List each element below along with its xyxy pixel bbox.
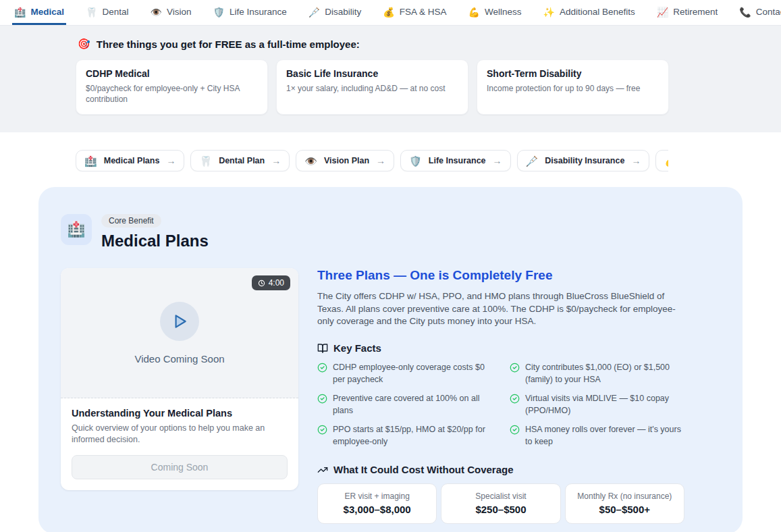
fact-text: City contributes $1,000 (EO) or $1,500 (… <box>525 362 684 385</box>
video-duration-badge: 4:00 <box>252 275 290 290</box>
clock-icon <box>258 280 265 287</box>
tab-contacts[interactable]: 📞 Contacts <box>737 7 781 25</box>
play-icon <box>171 313 188 330</box>
video-description: Quick overview of your options to help y… <box>72 423 288 446</box>
fact-text: HSA money rolls over forever — it's your… <box>525 424 684 448</box>
coming-soon-button[interactable]: Coming Soon <box>72 455 288 479</box>
video-preview[interactable]: 4:00 Video Coming Soon <box>61 268 298 398</box>
sparkles-icon: ✨ <box>543 7 555 17</box>
video-title: Understanding Your Medical Plans <box>72 408 288 419</box>
arrow-right-icon: → <box>376 155 385 166</box>
quicknav-fsa-hsa[interactable]: 💰 <box>655 150 668 171</box>
fact-text: Preventive care covered at 100% on all p… <box>333 393 492 417</box>
card-title: CDHP Medical <box>86 68 258 79</box>
plans-heading: Three Plans — One is Completely Free <box>317 268 684 283</box>
quicknav-life-insurance[interactable]: 🛡️ Life Insurance → <box>400 150 510 171</box>
tab-vision[interactable]: 👁️ Vision <box>149 7 194 25</box>
arrow-right-icon: → <box>493 155 502 166</box>
pill-label: Life Insurance <box>429 156 486 165</box>
free-benefits-banner: 🎯 Three things you get for FREE as a ful… <box>0 26 781 132</box>
plans-paragraph: The City offers CDHP w/ HSA, PPO, and HM… <box>317 290 684 327</box>
play-button[interactable] <box>160 302 199 341</box>
pill-label: Medical Plans <box>104 156 160 165</box>
tab-label: Vision <box>167 7 192 17</box>
tab-additional-benefits[interactable]: ✨ Additional Benefits <box>541 7 637 25</box>
check-circle-icon <box>317 425 327 435</box>
quicknav-medical-plans[interactable]: 🏥 Medical Plans → <box>76 150 184 171</box>
check-circle-icon <box>510 394 520 404</box>
fact-text: CDHP employee-only coverage costs $0 per… <box>333 362 492 385</box>
tab-label: Retirement <box>673 7 718 17</box>
tab-wellness[interactable]: 💪 Wellness <box>466 7 524 25</box>
tab-label: Additional Benefits <box>560 7 635 17</box>
cost-card-er-visit: ER visit + imaging $3,000–$8,000 <box>317 483 437 524</box>
check-circle-icon <box>317 394 327 404</box>
card-description: 1× your salary, including AD&D — at no c… <box>286 83 458 94</box>
fact-item: PPO starts at $15/pp, HMO at $20/pp for … <box>317 424 492 448</box>
trending-up-icon <box>317 464 328 475</box>
pill-label: Dental Plan <box>219 156 265 165</box>
page-title: Medical Plans <box>101 232 209 250</box>
check-circle-icon <box>317 363 327 373</box>
fact-item: HSA money rolls over forever — it's your… <box>510 424 684 448</box>
key-facts-heading: Key Facts <box>317 342 684 354</box>
video-placeholder-text: Video Coming Soon <box>134 353 224 365</box>
tab-label: FSA & HSA <box>400 7 447 17</box>
eye-icon: 👁️ <box>304 156 317 166</box>
card-title: Short-Term Disability <box>487 68 659 79</box>
quicknav-vision-plan[interactable]: 👁️ Vision Plan → <box>296 150 394 171</box>
banner-heading: 🎯 Three things you get for FREE as a ful… <box>78 38 781 50</box>
fact-item: CDHP employee-only coverage costs $0 per… <box>317 362 492 385</box>
cost-card-monthly-rx: Monthly Rx (no insurance) $50–$500+ <box>565 483 684 524</box>
pill-label: Disability Insurance <box>545 156 624 165</box>
tab-disability[interactable]: 🩼 Disability <box>306 7 363 25</box>
cost-label: Monthly Rx (no insurance) <box>571 491 678 501</box>
arrow-right-icon: → <box>271 155 281 166</box>
medical-icon-tile: 🏥 <box>61 214 92 245</box>
video-info: Understanding Your Medical Plans Quick o… <box>61 398 298 490</box>
free-card-short-term-disability: Short-Term Disability Income protection … <box>477 59 669 115</box>
crutch-icon: 🩼 <box>526 156 539 166</box>
medical-icon: 🏥 <box>14 7 26 17</box>
arrow-right-icon: → <box>631 155 641 166</box>
video-card: 4:00 Video Coming Soon Understanding You… <box>61 268 298 490</box>
cost-heading: What It Could Cost Without Coverage <box>317 464 684 475</box>
tab-fsa-hsa[interactable]: 💰 FSA & HSA <box>381 7 448 25</box>
cost-title: What It Could Cost Without Coverage <box>333 464 514 475</box>
tab-dental[interactable]: 🦷 Dental <box>84 7 131 25</box>
cost-label: Specialist visit <box>447 491 554 501</box>
tab-retirement[interactable]: 📈 Retirement <box>655 7 720 25</box>
tab-life-insurance[interactable]: 🛡️ Life Insurance <box>211 7 289 25</box>
cost-value: $50–$500+ <box>571 504 678 515</box>
crutch-icon: 🩼 <box>308 7 320 17</box>
fact-text: Virtual visits via MDLIVE — $10 copay (P… <box>525 393 684 417</box>
section-header: 🏥 Core Benefit Medical Plans <box>61 214 743 250</box>
money-bag-icon: 💰 <box>383 7 394 17</box>
arrow-right-icon: → <box>166 155 176 166</box>
cost-label: ER visit + imaging <box>323 491 431 501</box>
quicknav-dental-plan[interactable]: 🦷 Dental Plan → <box>190 150 290 171</box>
medical-icon: 🏥 <box>84 156 97 166</box>
medical-icon: 🏥 <box>67 221 85 238</box>
fact-text: PPO starts at $15/pp, HMO at $20/pp for … <box>333 424 492 448</box>
check-circle-icon <box>510 363 520 373</box>
banner-title: Three things you get for FREE as a full-… <box>97 38 360 50</box>
book-open-icon <box>317 343 328 354</box>
tab-label: Life Insurance <box>230 7 287 17</box>
cost-value: $250–$500 <box>447 504 554 515</box>
tab-medical[interactable]: 🏥 Medical <box>12 7 66 25</box>
shield-icon: 🛡️ <box>409 156 422 166</box>
tab-label: Contacts <box>756 7 781 17</box>
fact-item: Preventive care covered at 100% on all p… <box>317 393 492 417</box>
key-facts-title: Key Facts <box>333 342 381 354</box>
tooth-icon: 🦷 <box>199 156 212 166</box>
medical-plans-section: 🏥 Core Benefit Medical Plans 4:00 <box>38 187 743 532</box>
pill-label: Vision Plan <box>324 156 369 165</box>
shield-icon: 🛡️ <box>213 7 225 17</box>
quicknav-disability-insurance[interactable]: 🩼 Disability Insurance → <box>517 150 650 171</box>
phone-icon: 📞 <box>739 7 751 17</box>
video-duration: 4:00 <box>269 278 284 288</box>
muscle-icon: 💪 <box>468 7 480 17</box>
tab-label: Wellness <box>485 7 522 17</box>
chart-icon: 📈 <box>657 7 668 17</box>
